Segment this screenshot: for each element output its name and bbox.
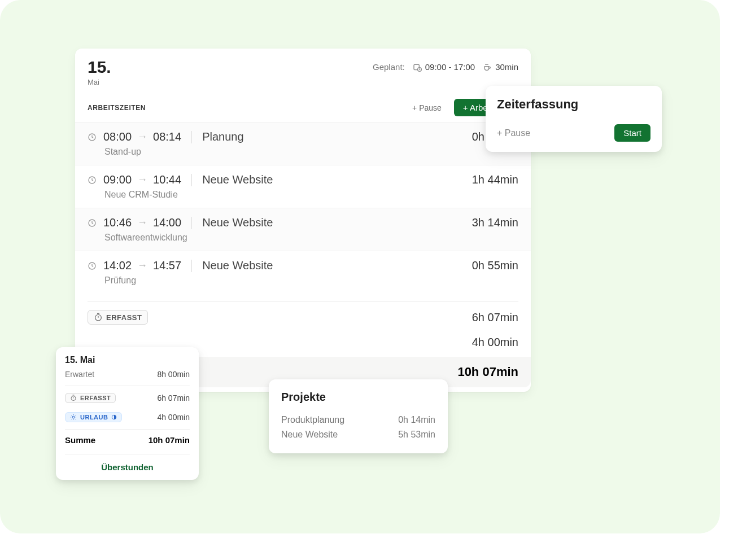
svg-point-8	[72, 416, 75, 418]
entry-times: 09:00 → 10:44	[103, 173, 181, 186]
divider	[191, 174, 192, 186]
recorded-value: 6h 07min	[157, 393, 190, 403]
tracker-add-pause-link[interactable]: + Pause	[497, 128, 530, 138]
date-block: 15. Mai	[88, 59, 111, 86]
entry-start: 14:02	[103, 259, 132, 272]
planned-break-segment: 30min	[483, 62, 518, 72]
day-timesheet-card: 15. Mai Geplant: 09:00 - 17:00 30min ARB…	[75, 49, 531, 392]
entry-note: Neue CRM-Studie	[104, 190, 518, 200]
coffee-icon	[483, 63, 492, 72]
entry-start: 08:00	[103, 130, 132, 143]
entry-end: 14:57	[153, 259, 181, 272]
day-number: 15.	[88, 59, 111, 76]
entry-end: 10:44	[153, 173, 181, 186]
stopwatch-icon	[94, 313, 103, 322]
clock-icon	[88, 133, 97, 142]
clock-icon	[88, 261, 97, 270]
add-pause-link[interactable]: + Pause	[412, 103, 442, 112]
vacation-value: 4h 00min	[157, 413, 190, 422]
vacation-badge-label: URLAUB	[80, 414, 108, 421]
time-entry[interactable]: 14:02 → 14:57 Neue Website 0h 55min Prüf…	[75, 251, 531, 294]
month-label: Mai	[88, 78, 111, 86]
entry-end: 14:00	[153, 216, 181, 229]
section-label: ARBEITSZEITEN	[88, 104, 146, 112]
project-name: Produktplanung	[281, 415, 344, 425]
time-entry[interactable]: 10:46 → 14:00 Neue Website 3h 14min Soft…	[75, 208, 531, 251]
summary-vacation-row: URLAUB 4h 00min	[65, 408, 190, 427]
entries-list: 08:00 → 08:14 Planung 0h 14min Stand-up …	[75, 122, 531, 294]
time-tracker-card: Zeiterfassung + Pause Start	[486, 86, 662, 152]
divider	[191, 260, 192, 272]
entry-start: 10:46	[103, 216, 132, 229]
summary-recorded-row: ERFASST 6h 07min	[75, 304, 531, 330]
time-entry[interactable]: 08:00 → 08:14 Planung 0h 14min Stand-up	[75, 122, 531, 165]
entry-duration: 1h 44min	[472, 173, 518, 186]
divider	[88, 301, 518, 302]
planned-time-segment: 09:00 - 17:00	[413, 62, 475, 72]
clock-icon	[88, 218, 97, 228]
tracker-start-button[interactable]: Start	[614, 124, 650, 142]
planned-info: Geplant: 09:00 - 17:00 30min	[373, 62, 518, 72]
entry-start: 09:00	[103, 173, 132, 186]
planned-label: Geplant:	[373, 62, 405, 72]
arrow-right-icon: →	[137, 217, 147, 229]
projects-title: Projekte	[281, 391, 435, 404]
tracker-title: Zeiterfassung	[497, 97, 650, 112]
summary-row2-value: 4h 00min	[472, 336, 518, 349]
entry-times: 08:00 → 08:14	[103, 130, 181, 143]
entry-duration: 0h 55min	[472, 259, 518, 272]
entry-project: Neue Website	[202, 173, 273, 186]
summary-total-value: 10h 07min	[457, 365, 518, 379]
entry-project: Planung	[202, 130, 243, 143]
entry-note: Stand-up	[104, 147, 518, 157]
entry-project: Neue Website	[202, 259, 273, 272]
vacation-badge: URLAUB	[65, 412, 122, 422]
toolbar: ARBEITSZEITEN + Pause + Arbeitszeit	[75, 93, 531, 122]
planned-break: 30min	[495, 62, 518, 72]
planned-time: 09:00 - 17:00	[425, 62, 475, 72]
entry-project: Neue Website	[202, 216, 273, 229]
summary-card-title: 15. Mai	[65, 355, 190, 365]
expected-label: Erwartet	[65, 370, 94, 379]
calendar-clock-icon	[413, 63, 422, 72]
sun-icon	[70, 414, 77, 421]
arrow-right-icon: →	[137, 131, 147, 143]
entry-times: 14:02 → 14:57	[103, 259, 181, 272]
entry-end: 08:14	[153, 130, 181, 143]
day-summary-card: 15. Mai Erwartet 8h 00min ERFASST 6h 07m…	[56, 347, 199, 480]
time-entry[interactable]: 09:00 → 10:44 Neue Website 1h 44min Neue…	[75, 165, 531, 208]
recorded-badge-label: ERFASST	[106, 313, 142, 322]
arrow-right-icon: →	[137, 174, 147, 186]
day-header: 15. Mai Geplant: 09:00 - 17:00 30min	[75, 49, 531, 93]
expected-value: 8h 00min	[157, 370, 190, 379]
projects-card: Projekte Produktplanung 0h 14min Neue We…	[269, 379, 448, 453]
half-day-icon	[111, 414, 117, 420]
recorded-badge: ERFASST	[65, 393, 116, 403]
project-row: Neue Website 5h 53min	[281, 427, 435, 442]
recorded-badge-label: ERFASST	[80, 395, 111, 401]
summary-total-row: Summe 10h 07min	[65, 429, 190, 448]
summary-expected-row: Erwartet 8h 00min	[65, 365, 190, 383]
divider	[191, 217, 192, 229]
recorded-value: 6h 07min	[472, 311, 518, 324]
divider	[65, 386, 190, 386]
project-duration: 0h 14min	[398, 415, 435, 425]
entry-times: 10:46 → 14:00	[103, 216, 181, 229]
entry-note: Prüfung	[104, 275, 518, 286]
clock-icon	[88, 176, 97, 185]
sum-value: 10h 07min	[149, 435, 190, 445]
overtime-link[interactable]: Überstunden	[65, 454, 190, 472]
recorded-badge: ERFASST	[88, 310, 148, 325]
entry-duration: 3h 14min	[472, 216, 518, 229]
divider	[191, 131, 192, 143]
project-name: Neue Website	[281, 430, 338, 440]
summary-recorded-row: ERFASST 6h 07min	[65, 388, 190, 408]
project-row: Produktplanung 0h 14min	[281, 413, 435, 427]
stopwatch-icon	[70, 395, 77, 401]
entry-note: Softwareentwicklung	[104, 233, 518, 243]
arrow-right-icon: →	[137, 260, 147, 272]
sum-label: Summe	[65, 435, 95, 445]
project-duration: 5h 53min	[398, 430, 435, 440]
